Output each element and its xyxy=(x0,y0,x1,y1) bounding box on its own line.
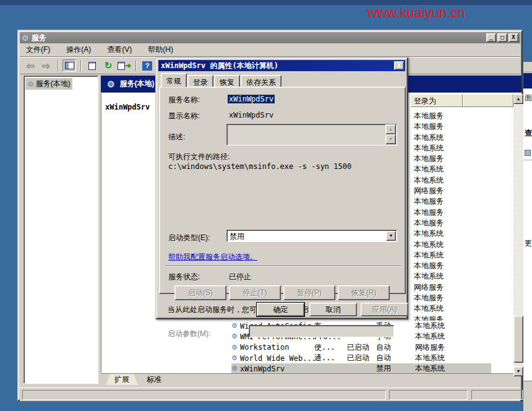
column-header-logon-as[interactable]: 登录为 xyxy=(411,94,463,107)
logon-as-cell: 本地服务 xyxy=(414,121,488,132)
logon-as-cell: 本地服务 xyxy=(414,293,488,303)
cancel-button[interactable]: 取消 xyxy=(309,303,357,316)
description-scroll-up-icon[interactable]: ▲ xyxy=(385,124,396,134)
logon-as-cell: 网络服务 xyxy=(414,282,488,293)
logon-as-column-values: 本地服务本地服务本地系统本地系统本地服务本地系统本地系统网络服务本地服务本地服务… xyxy=(414,111,488,325)
description-field[interactable]: ▲ ▼ xyxy=(226,124,397,145)
divider xyxy=(166,266,401,267)
service-description-cell: 通... xyxy=(314,353,347,363)
column-header-empty[interactable] xyxy=(463,94,513,107)
logon-as-cell: 本地服务 xyxy=(414,196,488,207)
divider xyxy=(523,160,532,160)
export-arrow-glyph: ➜ xyxy=(125,61,131,70)
start-button[interactable]: 启动(S) xyxy=(174,285,226,300)
dialog-title: xWinWpdSrv 的属性(本地计算机) xyxy=(161,61,278,71)
service-name-label: 服务名称: xyxy=(168,95,200,105)
startup-options-help-link[interactable]: 帮助我配置服务启动选项。 xyxy=(168,252,257,262)
logon-as-cell: 本地系统 xyxy=(414,240,488,250)
desktop-top-strip xyxy=(0,0,532,5)
menu-view[interactable]: 查看(V) xyxy=(107,45,132,55)
services-gear-icon: ⚙ xyxy=(27,80,34,89)
apply-button[interactable]: 应用(A) xyxy=(361,303,408,316)
export-doc-glyph xyxy=(118,62,125,70)
service-description-cell: 使... xyxy=(314,342,347,353)
fragment-bottom-strip xyxy=(523,381,532,411)
startup-type-select[interactable]: 禁用 ▼ xyxy=(226,230,397,242)
scrollbar-thumb[interactable] xyxy=(513,316,523,363)
logon-as-cell: 本地系统 xyxy=(414,132,488,143)
logon-as-cell: 本地系统 xyxy=(414,303,488,314)
path-label: 可执行文件的路径: xyxy=(168,152,230,162)
bottom-view-tabs: 扩展 标准 xyxy=(101,373,513,385)
service-gear-icon: ⚙ xyxy=(231,354,240,362)
tab-recovery[interactable]: 恢复 xyxy=(214,75,240,87)
service-logon-as-cell: 本地系统 xyxy=(415,363,471,374)
resume-button[interactable]: 恢复(R) xyxy=(338,285,390,300)
logon-as-cell: 本地系统 xyxy=(414,250,488,261)
tree-item-services-local[interactable]: ⚙ 服务(本地) xyxy=(25,78,72,90)
menu-help[interactable]: 帮助(H) xyxy=(148,45,173,55)
stop-button[interactable]: 停止(T) xyxy=(229,285,281,300)
service-row[interactable]: ⚙Workstation使...已启动自动网络服务 xyxy=(231,342,491,353)
close-button[interactable]: X xyxy=(508,33,518,42)
pause-button[interactable]: 暂停(P) xyxy=(283,285,335,300)
toolbar-separator xyxy=(80,60,81,71)
menu-action[interactable]: 操作(A) xyxy=(66,45,91,55)
window-titlebar[interactable]: ⚙ 服务 _ □ X xyxy=(20,32,520,43)
service-logon-as-cell: 网络服务 xyxy=(415,342,471,353)
back-arrow-glyph: ⇦ xyxy=(26,60,34,72)
extended-selected-service-name: xWinWpdSrv xyxy=(105,103,150,111)
tab-general[interactable]: 常规 xyxy=(161,73,187,87)
show-console-tree-icon[interactable] xyxy=(62,59,76,72)
service-properties-dialog: xWinWpdSrv 的属性(本地计算机) X 常规 登录 恢复 依存关系 服务… xyxy=(155,57,408,319)
start-params-label: 启动参数(M): xyxy=(168,329,210,339)
export-list-icon[interactable]: ➜ xyxy=(118,59,131,72)
forward-arrow-glyph: ⇨ xyxy=(42,60,50,72)
maximize-button[interactable]: □ xyxy=(497,33,507,42)
scroll-up-icon[interactable]: ▲ xyxy=(513,94,523,104)
dialog-titlebar[interactable]: xWinWpdSrv 的属性(本地计算机) X xyxy=(158,60,405,71)
refresh-glyph: ↻ xyxy=(105,60,113,71)
service-logon-as-cell: 本地系统 xyxy=(415,353,471,363)
fragment-text: 更 xyxy=(525,238,532,249)
service-name-value: xWinWpdSrv xyxy=(228,95,275,103)
menu-file[interactable]: 文件(F) xyxy=(26,45,50,55)
tab-dependencies[interactable]: 依存关系 xyxy=(241,75,281,87)
start-params-input[interactable] xyxy=(249,325,394,337)
services-gear-icon: ⚙ xyxy=(22,33,29,43)
service-status-cell: 已启动 xyxy=(347,342,376,353)
service-name-cell: World Wide Web... xyxy=(240,354,314,363)
service-logon-as-cell: 本地系统 xyxy=(415,321,471,331)
ok-button[interactable]: 确定 xyxy=(257,303,304,316)
tab-logon[interactable]: 登录 xyxy=(187,75,213,87)
properties-icon[interactable] xyxy=(85,59,99,72)
description-scroll-down-icon[interactable]: ▼ xyxy=(385,134,396,144)
fragment-icon xyxy=(525,150,531,156)
minimize-button[interactable]: _ xyxy=(486,33,496,42)
service-row[interactable]: ⚙xWinWpdSrv禁用本地系统 xyxy=(231,363,491,374)
status-bar xyxy=(20,387,520,401)
dialog-close-icon[interactable]: X xyxy=(394,61,404,70)
refresh-icon[interactable]: ↻ xyxy=(101,59,115,72)
fragment-text: 查 xyxy=(525,128,532,139)
logon-as-cell: 本地系统 xyxy=(414,164,488,175)
tab-standard[interactable]: 标准 xyxy=(138,374,170,385)
console-tree-panel: ⚙ 服务(本地) xyxy=(24,76,98,384)
service-row[interactable]: ⚙World Wide Web...通...已启动自动本地系统 xyxy=(231,353,491,363)
service-gear-icon: ⚙ xyxy=(231,344,240,352)
status-panel xyxy=(389,390,468,400)
window-title: 服务 xyxy=(32,33,46,43)
description-label: 描述: xyxy=(168,132,185,142)
services-gear-icon: ⚙ xyxy=(107,79,115,89)
chevron-down-icon[interactable]: ▼ xyxy=(386,231,396,241)
tab-extended[interactable]: 扩展 xyxy=(106,374,138,385)
logon-as-cell: 本地系统 xyxy=(414,228,488,239)
service-name-selected-text: xWinWpdSrv xyxy=(228,95,275,103)
logon-as-cell: 网络服务 xyxy=(414,186,488,196)
forward-icon[interactable]: ⇨ xyxy=(40,59,53,72)
scroll-down-icon[interactable]: ▼ xyxy=(513,366,523,376)
logon-as-cell: 本地服务 xyxy=(414,154,488,164)
back-icon[interactable]: ⇦ xyxy=(24,59,37,72)
help-icon[interactable]: ? xyxy=(140,59,154,72)
vertical-scrollbar[interactable]: ▲ ▼ xyxy=(513,94,523,376)
